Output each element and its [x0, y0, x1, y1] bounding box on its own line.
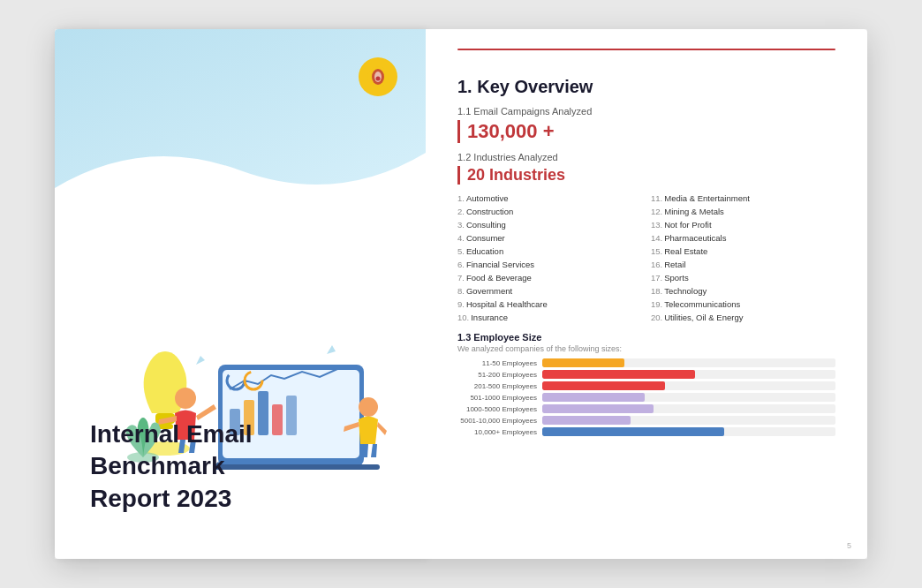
bar-track — [542, 393, 835, 402]
svg-point-7 — [175, 388, 196, 409]
industry-item: 15.Real Estate — [651, 245, 835, 257]
title-line2: Benchmark — [90, 452, 225, 479]
bar-fill — [542, 393, 645, 402]
campaigns-count: 130,000 + — [467, 120, 554, 143]
book-container: Internal Email Benchmark Report 2023 1. … — [55, 29, 867, 559]
bar-chart: 11-50 Employees51-200 Employees201-500 E… — [457, 358, 835, 436]
bar-track — [542, 427, 835, 436]
bar-track — [542, 381, 835, 390]
industry-item: 20.Utilities, Oil & Energy — [651, 311, 835, 323]
wave-background — [55, 29, 426, 215]
logo-icon — [366, 64, 390, 89]
industry-item: 2.Construction — [457, 205, 642, 217]
industry-item: 9.Hospital & Healthcare — [457, 298, 642, 310]
bar-label: 10,000+ Employees — [457, 428, 537, 436]
bar-label: 1000-5000 Employees — [457, 405, 537, 413]
industry-item: 13.Not for Profit — [651, 218, 835, 230]
industry-item: 12.Mining & Metals — [651, 205, 835, 217]
bar-track — [542, 358, 835, 367]
sub2-label: 1.2 Industries Analyzed — [457, 152, 835, 162]
bar-fill — [542, 381, 665, 390]
industry-item: 17.Sports — [651, 271, 835, 283]
employee-section-label: 1.3 Employee Size — [457, 332, 835, 343]
industry-item: 4.Consumer — [457, 231, 642, 244]
bar-row: 201-500 Employees — [457, 381, 835, 390]
industries-value: 20 Industries — [457, 166, 835, 185]
industry-item: 18.Technology — [651, 284, 835, 297]
industries-grid: 1.Automotive11.Media & Entertainment2.Co… — [457, 192, 835, 323]
bar-track — [542, 404, 835, 413]
bar-row: 51-200 Employees — [457, 370, 835, 379]
right-page: 1. Key Overview 1.1 Email Campaigns Anal… — [426, 29, 867, 559]
bar-row: 501-1000 Employees — [457, 393, 835, 402]
svg-point-18 — [359, 397, 378, 417]
svg-marker-20 — [196, 356, 205, 365]
bar-fill — [542, 404, 654, 413]
bar-label: 201-500 Employees — [457, 382, 537, 390]
industry-item: 14.Pharmaceuticals — [651, 231, 835, 244]
industry-item: 10.Insurance — [457, 311, 642, 323]
svg-point-3 — [376, 77, 381, 81]
campaigns-value: 130,000 + — [457, 120, 835, 143]
bar-label: 11-50 Employees — [457, 359, 537, 367]
bar-track — [542, 370, 835, 379]
bar-fill — [542, 370, 695, 379]
industry-item: 5.Education — [457, 245, 642, 257]
left-page-content: Internal Email Benchmark Report 2023 — [55, 418, 426, 559]
top-decorative-line — [457, 49, 835, 50]
industry-item: 19.Telecommunications — [651, 298, 835, 310]
bar-track — [542, 416, 835, 425]
industry-item: 7.Food & Beverage — [457, 271, 642, 283]
bar-fill — [542, 427, 724, 436]
industry-item: 8.Government — [457, 284, 642, 297]
bar-row: 11-50 Employees — [457, 358, 835, 367]
industry-item: 3.Consulting — [457, 218, 642, 230]
employee-sub: We analyzed companies of the following s… — [457, 344, 835, 353]
section-title: 1. Key Overview — [457, 77, 835, 97]
bar-row: 5001-10,000 Employees — [457, 416, 835, 425]
industries-count: 20 Industries — [467, 166, 565, 184]
bar-label: 51-200 Employees — [457, 371, 537, 379]
industry-item: 16.Retail — [651, 258, 835, 270]
report-title: Internal Email Benchmark Report 2023 — [90, 418, 390, 515]
logo-badge — [359, 57, 397, 96]
industry-item: 1.Automotive — [457, 192, 642, 204]
industry-item: 11.Media & Entertainment — [651, 192, 835, 204]
bar-fill — [542, 358, 624, 367]
bar-label: 501-1000 Employees — [457, 394, 537, 402]
title-line3: Report 2023 — [90, 485, 231, 512]
bar-row: 10,000+ Employees — [457, 427, 835, 436]
sub1-label: 1.1 Email Campaigns Analyzed — [457, 106, 835, 117]
page-number: 5 — [847, 541, 851, 550]
bar-fill — [542, 416, 631, 425]
bar-row: 1000-5000 Employees — [457, 404, 835, 413]
title-line1: Internal Email — [90, 420, 253, 448]
industry-item: 6.Financial Services — [457, 258, 642, 270]
bar-label: 5001-10,000 Employees — [457, 417, 537, 425]
svg-marker-21 — [327, 345, 336, 354]
left-page: Internal Email Benchmark Report 2023 — [55, 29, 426, 559]
